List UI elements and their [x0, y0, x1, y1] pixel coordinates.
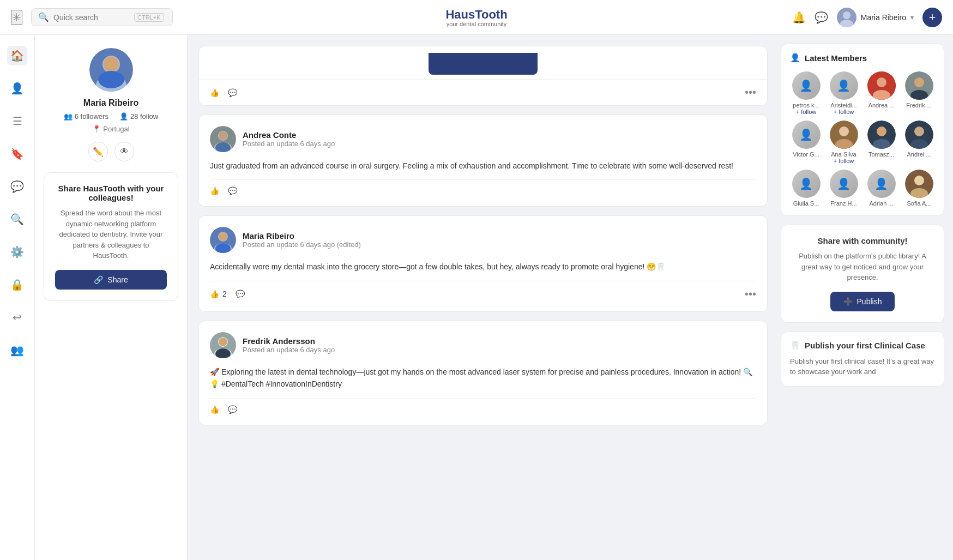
latest-members-title: 👤 Latest Members [790, 53, 935, 63]
edit-profile-button[interactable]: ✏️ [88, 142, 108, 161]
member-item[interactable]: Tomasz... [865, 121, 897, 164]
follow-button[interactable]: + follow [828, 158, 860, 164]
publish-button[interactable]: ➕ Publish [830, 292, 895, 311]
sidebar-item-security[interactable]: 🔒 [7, 275, 27, 294]
profile-stats: 👥 6 followers 👤 28 follow [44, 112, 178, 121]
post-author-info: Andrea Conte Posted an update 6 days ago [243, 130, 335, 148]
sidebar-item-logout[interactable]: ↩ [9, 308, 25, 327]
comment-button[interactable]: 💬 [228, 405, 237, 414]
share-button[interactable]: 🔗 Share [55, 270, 167, 290]
follow-button[interactable]: + follow [790, 109, 822, 115]
search-input[interactable] [53, 13, 130, 22]
member-name: Sofia A... [903, 200, 935, 207]
comment-button[interactable]: 💬 [228, 88, 237, 97]
member-avatar: 👤 [792, 170, 821, 198]
member-name: Adrian ... [865, 200, 897, 207]
svg-point-24 [877, 77, 886, 87]
profile-card: Maria Ribeiro 👥 6 followers 👤 28 follow … [44, 48, 178, 161]
member-item[interactable]: Andrei ... [903, 121, 935, 164]
view-profile-button[interactable]: 👁 [114, 142, 134, 161]
member-name: Aristeidi... [828, 102, 860, 109]
member-item[interactable]: Fredrik ... [903, 71, 935, 115]
profile-avatar [89, 48, 133, 92]
post-image-preview [429, 53, 538, 75]
post-author-name: Maria Ribeiro [243, 231, 361, 240]
sidebar-item-bookmarks[interactable]: 🔖 [7, 144, 27, 164]
post-author-info: Maria Ribeiro Posted an update 6 days ag… [243, 231, 361, 249]
profile-name: Maria Ribeiro [44, 98, 178, 108]
comment-button[interactable]: 💬 [228, 186, 237, 195]
member-name: Andrei ... [903, 151, 935, 158]
post-author-name: Andrea Conte [243, 130, 335, 140]
share-icon: 🔗 [94, 275, 103, 284]
member-name: Giulia S... [790, 200, 822, 207]
comment-icon: 💬 [228, 186, 237, 195]
main-layout: 🏠 👤 ☰ 🔖 💬 🔍 ⚙️ 🔒 ↩ 👥 Maria Ribeiro [0, 0, 953, 560]
comment-button[interactable]: 💬 [236, 290, 245, 298]
post-meta: Posted an update 6 days ago [243, 346, 335, 354]
post-header: Fredrik Andersson Posted an update 6 day… [210, 332, 756, 358]
member-name: Victor G... [790, 151, 822, 158]
member-avatar [905, 170, 933, 198]
right-sidebar: 👤 Latest Members 👤 petros k... + follow … [781, 35, 944, 560]
profile-sidebar: Maria Ribeiro 👥 6 followers 👤 28 follow … [35, 35, 188, 560]
more-options-button[interactable]: ••• [745, 86, 756, 99]
svg-point-16 [219, 232, 227, 241]
comment-icon: 💬 [236, 290, 245, 298]
chevron-down-icon: ▾ [910, 14, 914, 21]
messages-button[interactable]: 💬 [815, 11, 828, 24]
user-name: Maria Ribeiro [861, 13, 906, 22]
post-author-avatar [210, 126, 236, 152]
sidebar-item-discover[interactable]: 🔍 [7, 209, 27, 229]
post-content: Accidentally wore my dental mask into th… [210, 261, 756, 273]
tooth-icon: 🦷 [790, 341, 800, 351]
like-button[interactable]: 👍 [210, 88, 219, 97]
sidebar-item-home[interactable]: 🏠 [7, 46, 27, 65]
post-content: Just graduated from an advanced course i… [210, 160, 756, 172]
member-item[interactable]: 👤 Franz H... [828, 170, 860, 207]
member-item[interactable]: Ana Silva + follow [828, 121, 860, 164]
member-item[interactable]: Andrea ... [865, 71, 897, 115]
sidebar-item-profile[interactable]: 👤 [7, 79, 27, 98]
sidebar-item-settings[interactable]: ⚙️ [7, 242, 27, 262]
like-button[interactable]: 👍 2 [210, 290, 227, 298]
member-item[interactable]: Sofia A... [903, 170, 935, 207]
member-item[interactable]: 👤 Adrian ... [865, 170, 897, 207]
share-community-description: Publish on the platform's public library… [792, 251, 933, 283]
member-name: Franz H... [828, 200, 860, 207]
member-name: Tomasz... [865, 151, 897, 158]
notifications-button[interactable]: 🔔 [792, 11, 806, 24]
follow-button[interactable]: + follow [828, 109, 860, 115]
member-name: petros k... [790, 102, 822, 109]
member-item[interactable]: 👤 Aristeidi... + follow [828, 71, 860, 115]
svg-point-30 [839, 127, 849, 136]
more-options-button[interactable]: ••• [745, 288, 756, 300]
theme-toggle[interactable]: ✳ [11, 10, 22, 25]
like-count: 2 [222, 290, 227, 298]
like-button[interactable]: 👍 [210, 405, 219, 414]
member-item[interactable]: 👤 Victor G... [790, 121, 822, 164]
member-avatar: 👤 [792, 121, 821, 149]
member-avatar [905, 71, 933, 100]
svg-point-6 [104, 57, 119, 72]
sidebar-item-chat[interactable]: 💬 [7, 177, 27, 196]
svg-point-11 [219, 131, 227, 140]
member-name: Andrea ... [865, 102, 897, 109]
sidebar-item-feed[interactable]: ☰ [9, 111, 26, 131]
member-avatar: 👤 [792, 71, 821, 100]
create-button[interactable]: + [922, 8, 942, 27]
member-avatar: 👤 [830, 170, 858, 198]
member-item[interactable]: 👤 petros k... + follow [790, 71, 822, 115]
post-card: Maria Ribeiro Posted an update 6 days ag… [198, 215, 768, 311]
member-item[interactable]: 👤 Giulia S... [790, 170, 822, 207]
post-header: Andrea Conte Posted an update 6 days ago [210, 126, 756, 152]
topnav: ✳ 🔍 CTRL+K HausTooth your dental communi… [0, 0, 953, 35]
user-menu[interactable]: Maria Ribeiro ▾ [837, 8, 914, 27]
clinical-case-card: 🦷 Publish your first Clinical Case Publi… [781, 332, 944, 387]
like-button[interactable]: 👍 [210, 186, 219, 195]
main-feed: 👍 💬 ••• [188, 35, 779, 560]
members-grid: 👤 petros k... + follow 👤 Aristeidi... + … [790, 71, 935, 207]
profile-location: 📍 Portugal [44, 125, 178, 133]
sidebar-item-community[interactable]: 👥 [7, 340, 27, 360]
member-name: Fredrik ... [903, 102, 935, 109]
